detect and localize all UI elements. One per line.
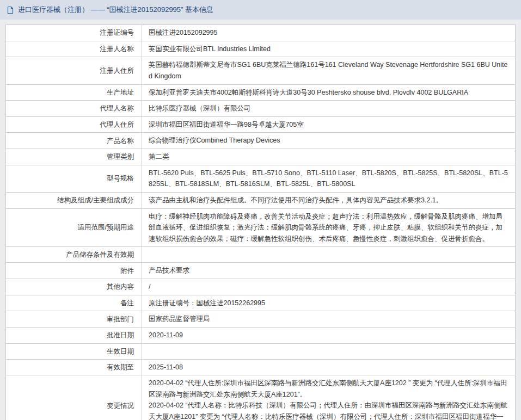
table-row: 有效期至2025-11-08 — [6, 360, 515, 376]
table-row: 生产地址保加利亚普罗夫迪夫市4002帕斯特斯科肖诗大道30号30 Peshter… — [6, 85, 515, 101]
row-label: 有效期至 — [6, 360, 142, 375]
table-row: 附件产品技术要求 — [6, 263, 515, 279]
info-table: 注册证编号国械注进20152092995注册人名称英国实业有限公司BTL Ind… — [5, 24, 516, 420]
page-header: 进口医疗器械（注册） —— “国械注进20152092995” 基本信息 — [0, 0, 521, 20]
page: 进口医疗器械（注册） —— “国械注进20152092995” 基本信息 注册证… — [0, 0, 521, 420]
row-label: 适用范围/预期用途 — [6, 209, 142, 247]
row-label: 生效日期 — [6, 344, 142, 359]
table-row: 注册人名称英国实业有限公司BTL Industries Limited — [6, 41, 515, 58]
table-row: 结构及组成/主要组成成分该产品由主机和治疗头配件组成。不同疗法使用不同治疗头配件… — [6, 193, 515, 209]
row-value: 综合物理治疗仪Combined Therapy Devices — [142, 133, 515, 149]
row-label: 批准日期 — [6, 328, 142, 343]
table-row: 产品储存条件及有效期 — [6, 247, 515, 263]
row-value: 比特乐医疗器械（深圳）有限公司 — [142, 101, 515, 116]
table-row: 代理人名称比特乐医疗器械（深圳）有限公司 — [6, 101, 515, 117]
row-value: 2020-11-09 — [142, 328, 515, 343]
row-label: 产品名称 — [6, 133, 142, 149]
row-label: 注册人住所 — [6, 57, 142, 84]
table-row: 其他内容/ — [6, 279, 515, 295]
row-value: 国家药品监督管理局 — [142, 311, 515, 327]
table-row: 批准日期2020-11-09 — [6, 328, 515, 344]
row-value: 电疗：缓解神经肌肉功能障碍及疼痛，改善关节活动及炎症；超声疗法：利用温热效应，缓… — [142, 209, 515, 247]
table-row: 变更情况2020-04-02 “代理人住所:深圳市福田区深南路与新洲路交汇处东南… — [6, 375, 515, 420]
row-value: / — [142, 279, 515, 295]
table-row: 注册人住所英国赫特福德郡斯蒂文尼奇市SG1 6BU克莱福兰德路161号161 C… — [6, 57, 515, 84]
row-value: 产品技术要求 — [142, 263, 515, 279]
page-title: 进口医疗器械（注册） —— “国械注进20152092995” 基本信息 — [18, 5, 213, 15]
row-value: 该产品由主机和治疗头配件组成。不同疗法使用不同治疗头配件，具体内容见产品技术要求… — [142, 193, 515, 208]
document-icon — [7, 6, 14, 14]
table-row: 适用范围/预期用途电疗：缓解神经肌肉功能障碍及疼痛，改善关节活动及炎症；超声疗法… — [6, 209, 515, 248]
row-label: 审批部门 — [6, 311, 142, 327]
table-row: 备注原注册证编号：国械注进20152262995 — [6, 295, 515, 312]
table-row: 生效日期 — [6, 344, 515, 360]
row-label: 附件 — [6, 263, 142, 279]
row-label: 注册人名称 — [6, 41, 142, 57]
table-row: 代理人住所深圳市福田区福田街道福华一路98号卓越大厦705室 — [6, 117, 515, 133]
row-label: 代理人名称 — [6, 101, 142, 116]
row-label: 产品储存条件及有效期 — [6, 247, 142, 262]
row-label: 型号规格 — [6, 165, 142, 192]
row-value: BTL-5620 Puls、BTL-5625 Puls、BTL-5710 Son… — [142, 165, 515, 192]
row-label: 其他内容 — [6, 279, 142, 295]
row-value: 英国实业有限公司BTL Industries Limited — [142, 41, 515, 57]
row-label: 注册证编号 — [6, 25, 142, 41]
row-value — [142, 344, 515, 359]
row-value: 2020-04-02 “代理人住所:深圳市福田区深南路与新洲路交汇处东南侧航天大… — [142, 375, 515, 420]
row-label: 变更情况 — [6, 375, 142, 420]
row-label: 生产地址 — [6, 85, 142, 101]
row-label: 备注 — [6, 295, 142, 311]
table-row: 审批部门国家药品监督管理局 — [6, 311, 515, 328]
table-row: 型号规格BTL-5620 Puls、BTL-5625 Puls、BTL-5710… — [6, 165, 515, 193]
row-value: 第二类 — [142, 149, 515, 165]
table-row: 产品名称综合物理治疗仪Combined Therapy Devices — [6, 133, 515, 149]
row-value: 深圳市福田区福田街道福华一路98号卓越大厦705室 — [142, 117, 515, 133]
row-label: 管理类别 — [6, 149, 142, 165]
row-label: 代理人住所 — [6, 117, 142, 133]
row-value: 保加利亚普罗夫迪夫市4002帕斯特斯科肖诗大道30号30 Peshtersko … — [142, 85, 515, 101]
row-value: 英国赫特福德郡斯蒂文尼奇市SG1 6BU克莱福兰德路161号161 Clevel… — [142, 57, 515, 84]
row-value — [142, 247, 515, 262]
row-value: 2025-11-08 — [142, 360, 515, 375]
row-value: 原注册证编号：国械注进20152262995 — [142, 295, 515, 311]
row-value: 国械注进20152092995 — [142, 25, 515, 41]
table-row: 注册证编号国械注进20152092995 — [6, 25, 515, 41]
table-row: 管理类别第二类 — [6, 149, 515, 165]
row-label: 结构及组成/主要组成成分 — [6, 193, 142, 208]
